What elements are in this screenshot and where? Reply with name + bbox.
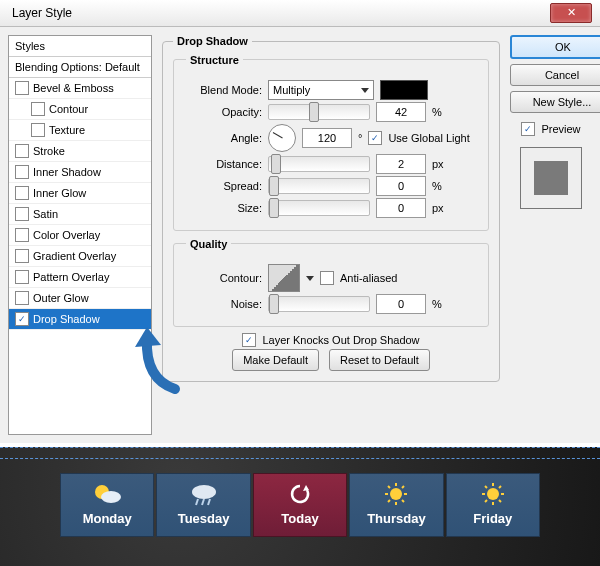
style-label: Texture — [49, 124, 85, 136]
style-label: Inner Glow — [33, 187, 86, 199]
size-input[interactable] — [376, 198, 426, 218]
knockout-checkbox[interactable]: ✓ — [242, 333, 256, 347]
style-checkbox[interactable] — [15, 249, 29, 263]
shadow-color-swatch[interactable] — [380, 80, 428, 100]
blending-options[interactable]: Blending Options: Default — [9, 57, 151, 78]
svg-line-5 — [208, 499, 210, 505]
spread-label: Spread: — [182, 180, 262, 192]
weather-day-thursday[interactable]: Thursday — [349, 473, 443, 537]
style-item-texture[interactable]: Texture — [9, 120, 151, 141]
day-label: Monday — [61, 511, 153, 526]
blend-mode-label: Blend Mode: — [182, 84, 262, 96]
use-global-light-checkbox[interactable]: ✓ — [368, 131, 382, 145]
weather-widget: MondayTuesdayTodayThursdayFriday — [0, 459, 600, 537]
angle-input[interactable] — [302, 128, 352, 148]
svg-line-11 — [388, 486, 390, 488]
preview-checkbox[interactable]: ✓ — [521, 122, 535, 136]
angle-wheel[interactable] — [268, 124, 296, 152]
distance-label: Distance: — [182, 158, 262, 170]
styles-list: Styles Blending Options: Default Bevel &… — [8, 35, 152, 435]
distance-slider[interactable] — [268, 156, 370, 172]
weather-day-monday[interactable]: Monday — [60, 473, 154, 537]
style-item-stroke[interactable]: Stroke — [9, 141, 151, 162]
style-item-inner-shadow[interactable]: Inner Shadow — [9, 162, 151, 183]
canvas-area: MondayTuesdayTodayThursdayFriday — [0, 447, 600, 566]
day-label: Today — [254, 511, 346, 526]
angle-label: Angle: — [182, 132, 262, 144]
weather-day-tuesday[interactable]: Tuesday — [156, 473, 250, 537]
distance-input[interactable] — [376, 154, 426, 174]
ok-button[interactable]: OK — [510, 35, 600, 59]
weather-day-friday[interactable]: Friday — [446, 473, 540, 537]
style-item-bevel-emboss[interactable]: Bevel & Emboss — [9, 78, 151, 99]
style-item-inner-glow[interactable]: Inner Glow — [9, 183, 151, 204]
sunny-icon — [378, 482, 414, 506]
style-checkbox[interactable] — [15, 144, 29, 158]
size-slider[interactable] — [268, 200, 370, 216]
partly-cloudy-icon — [89, 482, 125, 506]
svg-point-15 — [487, 488, 499, 500]
style-checkbox[interactable] — [31, 102, 45, 116]
spread-slider[interactable] — [268, 178, 370, 194]
chevron-down-icon[interactable] — [306, 276, 314, 281]
preview-swatch — [520, 147, 582, 209]
svg-line-3 — [196, 499, 198, 505]
opacity-slider[interactable] — [268, 104, 370, 120]
make-default-button[interactable]: Make Default — [232, 349, 319, 371]
opacity-label: Opacity: — [182, 106, 262, 118]
style-checkbox[interactable] — [15, 186, 29, 200]
style-checkbox[interactable] — [15, 270, 29, 284]
style-label: Bevel & Emboss — [33, 82, 114, 94]
preview-label: Preview — [541, 123, 580, 135]
style-checkbox[interactable]: ✓ — [15, 312, 29, 326]
svg-line-13 — [388, 500, 390, 502]
cancel-button[interactable]: Cancel — [510, 64, 600, 86]
svg-line-12 — [402, 500, 404, 502]
styles-header[interactable]: Styles — [9, 36, 151, 57]
svg-line-4 — [202, 499, 204, 505]
style-checkbox[interactable] — [15, 81, 29, 95]
structure-heading: Structure — [186, 54, 243, 66]
opacity-input[interactable] — [376, 102, 426, 122]
svg-line-22 — [485, 500, 487, 502]
spread-input[interactable] — [376, 176, 426, 196]
style-checkbox[interactable] — [15, 165, 29, 179]
reset-default-button[interactable]: Reset to Default — [329, 349, 430, 371]
close-button[interactable]: ✕ — [550, 3, 592, 23]
day-label: Thursday — [350, 511, 442, 526]
anti-aliased-checkbox[interactable] — [320, 271, 334, 285]
style-label: Color Overlay — [33, 229, 100, 241]
style-label: Drop Shadow — [33, 313, 100, 325]
sunny-icon — [475, 482, 511, 506]
day-label: Tuesday — [157, 511, 249, 526]
noise-slider[interactable] — [268, 296, 370, 312]
svg-point-1 — [101, 491, 121, 503]
new-style-button[interactable]: New Style... — [510, 91, 600, 113]
style-item-satin[interactable]: Satin — [9, 204, 151, 225]
style-item-gradient-overlay[interactable]: Gradient Overlay — [9, 246, 151, 267]
style-label: Outer Glow — [33, 292, 89, 304]
noise-input[interactable] — [376, 294, 426, 314]
style-item-contour[interactable]: Contour — [9, 99, 151, 120]
style-item-pattern-overlay[interactable]: Pattern Overlay — [9, 267, 151, 288]
style-item-outer-glow[interactable]: Outer Glow — [9, 288, 151, 309]
style-item-color-overlay[interactable]: Color Overlay — [9, 225, 151, 246]
svg-line-23 — [499, 486, 501, 488]
settings-panel: Drop Shadow Structure Blend Mode: Multip… — [160, 35, 502, 435]
contour-picker[interactable] — [268, 264, 300, 292]
day-label: Friday — [447, 511, 539, 526]
style-checkbox[interactable] — [15, 291, 29, 305]
style-checkbox[interactable] — [15, 228, 29, 242]
dialog-actions: OK Cancel New Style... ✓ Preview — [510, 35, 592, 435]
refresh-icon — [282, 482, 318, 506]
panel-heading: Drop Shadow — [173, 35, 252, 47]
chevron-down-icon — [361, 88, 369, 93]
blend-mode-select[interactable]: Multiply — [268, 80, 374, 100]
style-checkbox[interactable] — [31, 123, 45, 137]
style-item-drop-shadow[interactable]: ✓Drop Shadow — [9, 309, 151, 330]
knockout-label: Layer Knocks Out Drop Shadow — [262, 334, 419, 346]
style-checkbox[interactable] — [15, 207, 29, 221]
weather-day-today[interactable]: Today — [253, 473, 347, 537]
dialog-title: Layer Style — [12, 6, 72, 20]
svg-point-2 — [192, 485, 216, 499]
